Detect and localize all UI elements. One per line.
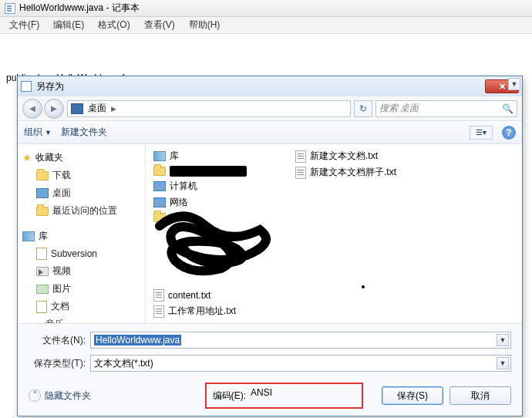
menu-edit[interactable]: 编辑(E) bbox=[47, 17, 90, 33]
sidebar-item-downloads[interactable]: 下载 bbox=[21, 167, 142, 184]
forward-button[interactable]: ► bbox=[44, 99, 64, 119]
sidebar-item-recent[interactable]: 最近访问的位置 bbox=[21, 202, 142, 220]
notepad-title-text: HelloWorldwww.java - 记事本 bbox=[19, 2, 140, 15]
desktop-icon bbox=[36, 188, 49, 198]
encoding-label: 编码(E): bbox=[213, 389, 246, 403]
hide-folders-button[interactable]: ˄ 隐藏文件夹 bbox=[29, 389, 91, 403]
dialog-icon bbox=[21, 81, 32, 92]
text-file-icon bbox=[153, 289, 164, 302]
folder-icon bbox=[36, 207, 49, 216]
dropdown-icon[interactable]: ▼ bbox=[508, 78, 520, 90]
path-label: 桌面 bbox=[88, 102, 106, 115]
sidebar-item-pictures[interactable]: 图片 bbox=[21, 280, 142, 298]
menu-format[interactable]: 格式(O) bbox=[92, 17, 136, 33]
encoding-value: ANSI bbox=[251, 387, 272, 398]
nav-row: ◄ ► 桌面 ▶ ↻ 搜索 桌面 🔍 bbox=[18, 96, 522, 121]
search-placeholder: 搜索 桌面 bbox=[379, 102, 419, 115]
notepad-icon bbox=[5, 3, 15, 14]
notepad-menubar: 文件(F) 编辑(E) 格式(O) 查看(V) 帮助(H) bbox=[0, 17, 532, 34]
filename-value: HelloWorldwww.java bbox=[94, 335, 181, 346]
menu-help[interactable]: 帮助(H) bbox=[183, 17, 227, 33]
dialog-toolbar: 组织▼ 新建文件夹 ☰▾ ? bbox=[18, 121, 522, 144]
search-icon: 🔍 bbox=[502, 103, 513, 114]
chevron-up-icon: ˄ bbox=[29, 389, 41, 402]
organize-button[interactable]: 组织▼ bbox=[24, 126, 52, 139]
sidebar-item-desktop[interactable]: 桌面 bbox=[21, 184, 142, 202]
menu-view[interactable]: 查看(V) bbox=[138, 17, 181, 33]
library-icon bbox=[22, 231, 35, 241]
text-file-icon bbox=[153, 305, 164, 318]
path-breadcrumb[interactable]: 桌面 ▶ bbox=[67, 100, 351, 117]
filetype-select[interactable]: 文本文档(*.txt) ▼ bbox=[90, 355, 511, 372]
list-item[interactable]: 工作常用地址.txt bbox=[152, 304, 283, 319]
library-icon bbox=[153, 151, 166, 161]
text-file-icon bbox=[295, 167, 306, 179]
redacted-text bbox=[170, 166, 247, 177]
doc-icon bbox=[36, 248, 47, 260]
sidebar-item-subversion[interactable]: Subversion bbox=[21, 245, 142, 262]
list-item[interactable]: 新建文本文档.txt bbox=[294, 149, 398, 163]
help-button[interactable]: ? bbox=[502, 126, 516, 140]
encoding-highlight: 编码(E): ANSI ▼ bbox=[205, 383, 363, 409]
search-input[interactable]: 搜索 桌面 🔍 bbox=[375, 100, 517, 117]
save-as-dialog: 另存为 ✕ ◄ ► 桌面 ▶ ↻ 搜索 桌面 🔍 组织▼ 新建文件夹 ☰▾ ? bbox=[17, 76, 523, 416]
save-button[interactable]: 保存(S) bbox=[382, 386, 443, 405]
refresh-button[interactable]: ↻ bbox=[354, 100, 372, 117]
filename-input[interactable]: HelloWorldwww.java ▼ bbox=[90, 332, 511, 349]
cancel-button[interactable]: 取消 bbox=[450, 386, 511, 405]
list-item[interactable]: content.txt bbox=[152, 288, 283, 302]
picture-icon bbox=[36, 285, 49, 294]
path-arrow-icon: ▶ bbox=[111, 105, 116, 113]
menu-file[interactable]: 文件(F) bbox=[3, 17, 45, 33]
desktop-icon bbox=[71, 103, 83, 114]
list-item[interactable]: 计算机 bbox=[152, 179, 283, 194]
text-file-icon bbox=[295, 150, 306, 163]
file-list-area[interactable]: 库 计算机 网络 test content.txt 工作常用地址.txt 新建文… bbox=[146, 144, 522, 323]
music-icon: ♪ bbox=[36, 319, 42, 324]
new-folder-button[interactable]: 新建文件夹 bbox=[61, 126, 107, 139]
list-item[interactable]: 新建文本文档胖子.txt bbox=[294, 165, 398, 180]
dialog-title-text: 另存为 bbox=[36, 80, 64, 93]
list-item[interactable] bbox=[152, 165, 283, 177]
computer-icon bbox=[153, 181, 166, 191]
sidebar-item-videos[interactable]: 视频 bbox=[21, 262, 142, 280]
notepad-titlebar: HelloWorldwww.java - 记事本 bbox=[0, 0, 532, 17]
star-icon: ★ bbox=[22, 152, 32, 163]
sidebar-favorites[interactable]: ★收藏夹 bbox=[21, 149, 142, 167]
dialog-titlebar: 另存为 ✕ bbox=[18, 76, 522, 96]
sidebar: ★收藏夹 下载 桌面 最近访问的位置 库 Subversion 视频 图片 文档… bbox=[18, 144, 146, 323]
stray-dot bbox=[362, 285, 365, 288]
dropdown-icon[interactable]: ▼ bbox=[497, 357, 509, 369]
back-button[interactable]: ◄ bbox=[22, 99, 42, 119]
dialog-bottom: 文件名(N): HelloWorldwww.java ▼ 保存类型(T): 文本… bbox=[18, 323, 522, 415]
filetype-value: 文本文档(*.txt) bbox=[94, 357, 153, 370]
doc-icon bbox=[36, 301, 47, 313]
folder-icon bbox=[153, 167, 166, 176]
video-icon bbox=[36, 267, 49, 276]
view-mode-button[interactable]: ☰▾ bbox=[470, 126, 493, 140]
sidebar-item-music[interactable]: ♪音乐 bbox=[21, 315, 142, 323]
dropdown-icon[interactable]: ▼ bbox=[497, 334, 509, 346]
folder-icon bbox=[36, 171, 49, 180]
redacted-scribble bbox=[152, 203, 283, 288]
filetype-label: 保存类型(T): bbox=[29, 357, 86, 370]
list-item[interactable]: 库 bbox=[152, 149, 283, 163]
filename-label: 文件名(N): bbox=[29, 334, 86, 347]
sidebar-item-documents[interactable]: 文档 bbox=[21, 298, 142, 315]
encoding-select[interactable]: ANSI ▼ bbox=[251, 387, 355, 404]
sidebar-libraries[interactable]: 库 bbox=[21, 228, 142, 245]
